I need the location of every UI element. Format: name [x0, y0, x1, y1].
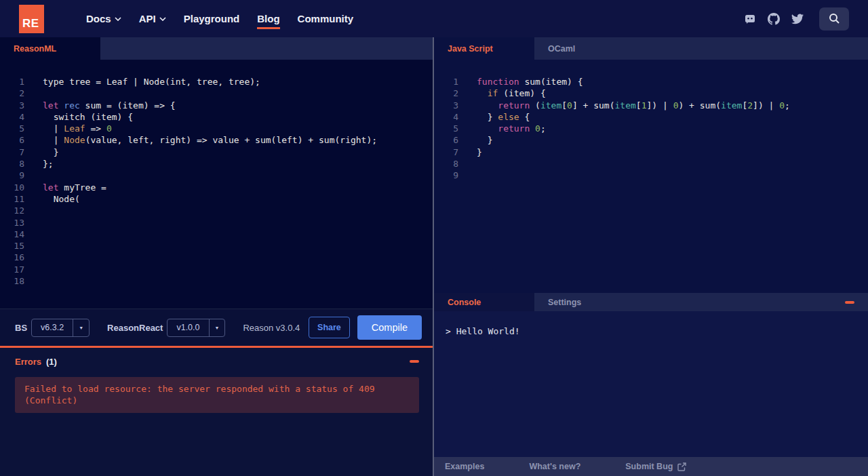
discord-icon[interactable]: [744, 13, 756, 25]
nav-item-blog[interactable]: Blog: [257, 9, 279, 29]
submit-bug-label: Submit Bug: [625, 462, 673, 471]
collapse-console-button[interactable]: [845, 301, 854, 304]
console-output-line: > Hello World!: [446, 326, 868, 336]
console-output-area: > Hello World!: [434, 311, 868, 457]
external-link-icon: [677, 462, 686, 471]
output-tabstrip: Java Script OCaml: [434, 37, 868, 60]
compiler-toolbar: BS v6.3.2 ▼ ReasonReact v1.0.0 ▼ Reason …: [0, 309, 433, 346]
line-number-gutter: 123456789101112131415161718: [0, 76, 24, 309]
share-button[interactable]: Share: [309, 317, 350, 338]
console-header: Console Settings: [434, 293, 868, 311]
tab-ocaml[interactable]: OCaml: [534, 37, 635, 60]
errors-title: Errors: [15, 357, 41, 367]
tab-console[interactable]: Console: [434, 293, 534, 311]
nav-menu: Docs API Playground Blog Community: [86, 9, 353, 29]
top-nav: RE Docs API Playground Blog Community: [0, 0, 868, 37]
chevron-down-icon: [159, 17, 166, 21]
search-icon: [829, 13, 840, 24]
reason-version-text: Reason v3.0.4: [243, 323, 300, 333]
playground-main: ReasonML 123456789101112131415161718 typ…: [0, 37, 868, 476]
nav-label: API: [139, 13, 156, 24]
error-line: Failed to load resource: the server resp…: [24, 383, 410, 395]
dropdown-arrow-icon: ▼: [209, 319, 225, 336]
errors-count-badge: (1): [46, 357, 57, 367]
errors-section: Errors (1) Failed to load resource: the …: [0, 346, 433, 476]
reasonreact-version-value: v1.0.0: [167, 323, 208, 332]
error-line: (Conflict): [24, 395, 410, 406]
nav-label: Playground: [184, 13, 240, 24]
output-panel: Java Script OCaml 123456789 function sum…: [434, 37, 868, 476]
nav-social-icons: [744, 7, 849, 31]
search-button[interactable]: [819, 7, 849, 31]
logo-text: RE: [22, 17, 39, 31]
chevron-down-icon: [115, 17, 121, 21]
nav-item-api[interactable]: API: [139, 9, 166, 29]
js-code: function sum(item) { if (item) { return …: [458, 76, 790, 293]
nav-label: Community: [298, 13, 354, 24]
nav-label: Docs: [86, 13, 111, 24]
whats-new-link[interactable]: What's new?: [529, 462, 580, 471]
bs-version-select[interactable]: v6.3.2 ▼: [31, 319, 90, 337]
nav-item-docs[interactable]: Docs: [86, 9, 121, 29]
reason-panel: ReasonML 123456789101112131415161718 typ…: [0, 37, 433, 476]
reason-code[interactable]: type tree = Leaf | Node(int, tree, tree)…: [24, 76, 377, 309]
nav-item-community[interactable]: Community: [298, 9, 354, 29]
compile-button[interactable]: Compile: [357, 315, 422, 340]
bs-version-value: v6.3.2: [32, 323, 73, 332]
errors-header: Errors (1): [0, 348, 433, 375]
github-icon[interactable]: [768, 13, 780, 25]
reasonreact-version-select[interactable]: v1.0.0 ▼: [167, 319, 225, 337]
bs-label: BS: [15, 323, 27, 333]
line-number-gutter: 123456789: [434, 76, 458, 293]
js-output-editor[interactable]: 123456789 function sum(item) { if (item)…: [434, 60, 868, 293]
tab-javascript[interactable]: Java Script: [434, 37, 534, 60]
error-message: Failed to load resource: the server resp…: [15, 377, 419, 413]
tab-reasonml[interactable]: ReasonML: [0, 37, 100, 60]
dropdown-arrow-icon: ▼: [73, 319, 89, 336]
collapse-errors-button[interactable]: [410, 360, 419, 363]
reason-logo[interactable]: RE: [19, 5, 44, 33]
nav-label: Blog: [257, 13, 279, 24]
nav-item-playground[interactable]: Playground: [184, 9, 240, 29]
submit-bug-link[interactable]: Submit Bug: [625, 462, 686, 471]
reasonreact-label: ReasonReact: [107, 323, 163, 333]
playground-footer: Examples What's new? Submit Bug: [434, 457, 868, 476]
examples-link[interactable]: Examples: [445, 462, 484, 471]
twitter-icon[interactable]: [791, 13, 804, 25]
reason-code-editor[interactable]: 123456789101112131415161718 type tree = …: [0, 60, 433, 309]
reason-tabstrip: ReasonML: [0, 37, 433, 60]
tab-settings[interactable]: Settings: [534, 293, 635, 311]
